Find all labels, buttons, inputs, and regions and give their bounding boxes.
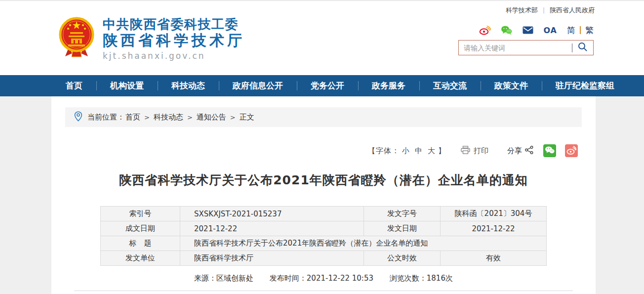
breadcrumb-home[interactable]: 首页	[125, 113, 140, 122]
written-date-label: 成文日期	[101, 221, 180, 236]
mail-icon[interactable]	[523, 26, 533, 34]
search-button[interactable]	[572, 41, 593, 55]
content-container: 当前位置： 首页 > 科技动态 > 通知公告 > 正文 【字体： 小 中 大 】	[51, 96, 596, 294]
wechat-icon	[545, 146, 555, 156]
header-icon-row: OA 简 繁	[479, 24, 594, 36]
breadcrumb-separator: >	[230, 114, 236, 121]
title-value: 陕西省科学技术厅关于公布2021年陕西省瞪羚（潜在）企业名单的通知	[180, 236, 547, 251]
breadcrumb-notices[interactable]: 通知公告	[197, 113, 226, 122]
font-medium-button[interactable]: 中	[415, 146, 423, 156]
print-label: 打印	[474, 146, 488, 156]
validity-value: 有效	[441, 251, 547, 266]
font-large-button[interactable]: 大	[428, 146, 436, 156]
site-header: 科学技术部 | 陕西省人民政府	[0, 0, 644, 75]
article-source-row: 来源：区域创新处 发布时间：2021-12-22 10:53 浏览次数：1816…	[51, 274, 596, 283]
link-shaanxi-gov[interactable]: 陕西省人民政府	[550, 6, 595, 15]
search-input[interactable]	[459, 41, 572, 55]
font-size-label-open: 【字体：	[368, 146, 400, 156]
article-toolbar: 【字体： 小 中 大 】 打印 分享	[51, 144, 596, 157]
table-row: 索引号 SXSKXJST-2021-015237 发文字号 陕科函〔2021〕3…	[101, 207, 547, 221]
nav-item-discipline-inspection[interactable]: 驻厅纪检监察组	[542, 75, 628, 96]
wechat-icon[interactable]	[501, 25, 513, 35]
breadcrumb: 当前位置： 首页 > 科技动态 > 通知公告 > 正文	[65, 107, 582, 127]
nav-item-party-affairs[interactable]: 党务公开	[297, 75, 358, 96]
share-label: 分享	[507, 146, 522, 156]
breadcrumb-label: 当前位置：	[87, 113, 124, 122]
article-title: 陕西省科学技术厅关于公布2021年陕西省瞪羚（潜在）企业名单的通知	[51, 172, 596, 188]
nav-item-interaction[interactable]: 互动交流	[419, 75, 481, 96]
source-value: 区域创新处	[216, 274, 253, 283]
printer-icon	[461, 146, 470, 156]
views-label: 浏览次数：	[390, 274, 427, 283]
publish-time-value: 2021-12-22 10:53	[307, 274, 373, 283]
breadcrumb-separator: >	[187, 114, 193, 121]
search-bar	[458, 40, 594, 55]
top-links-divider: |	[543, 7, 545, 14]
nav-item-sci-tech-news[interactable]: 科技动态	[158, 75, 219, 96]
font-size-control: 【字体： 小 中 大 】	[368, 146, 446, 156]
table-row: 发文单位 陕西省科学技术厅 公文时效 有效	[101, 251, 547, 266]
share-nodes-icon[interactable]	[525, 146, 533, 156]
index-number-value: SXSKXJST-2021-015237	[180, 207, 364, 221]
top-external-links: 科学技术部 | 陕西省人民政府	[506, 6, 595, 15]
site-url: kjt.shaanxi.gov.cn	[103, 51, 245, 61]
share-control: 分享	[507, 144, 578, 157]
location-pin-icon	[74, 111, 82, 124]
weibo-icon[interactable]	[479, 25, 491, 35]
index-number-label: 索引号	[101, 207, 180, 221]
share-wechat-button[interactable]	[543, 144, 556, 157]
breadcrumb-sci-tech-news[interactable]: 科技动态	[154, 113, 183, 122]
table-row: 成文日期 2021-12-22 发文日期 2021-12-22	[101, 221, 547, 236]
table-row: 标 题 陕西省科学技术厅关于公布2021年陕西省瞪羚（潜在）企业名单的通知	[101, 236, 547, 251]
nav-item-policy-docs[interactable]: 政策文件	[481, 75, 542, 96]
issuing-unit-value: 陕西省科学技术厅	[180, 251, 364, 266]
issue-date-label: 发文日期	[364, 221, 441, 236]
doc-number-value: 陕科函〔2021〕304号	[441, 207, 547, 221]
lang-divider	[580, 26, 581, 34]
national-emblem-icon	[58, 17, 95, 59]
breadcrumb-separator: >	[144, 114, 150, 121]
org-titles: 中共陕西省委科技工委 陕西省科学技术厅 kjt.shaanxi.gov.cn	[103, 17, 245, 61]
link-most[interactable]: 科学技术部	[506, 6, 538, 15]
title-label: 标 题	[101, 236, 180, 251]
source-label: 来源：	[194, 274, 216, 283]
source-segment: 来源：区域创新处	[194, 274, 253, 283]
nav-item-organization[interactable]: 机构设置	[96, 75, 158, 96]
oa-link[interactable]: OA	[543, 26, 557, 35]
written-date-value: 2021-12-22	[180, 221, 364, 236]
publish-time-segment: 发布时间：2021-12-22 10:53	[270, 274, 373, 283]
site-logo-block: 中共陕西省委科技工委 陕西省科学技术厅 kjt.shaanxi.gov.cn	[58, 17, 245, 61]
views-value: 1816次	[427, 274, 453, 283]
nav-item-gov-services[interactable]: 政务服务	[358, 75, 419, 96]
main-nav: 首页 机构设置 科技动态 政府信息公开 党务公开 政务服务 互动交流 政策文件 …	[0, 75, 644, 96]
publish-time-label: 发布时间：	[270, 274, 307, 283]
font-small-button[interactable]: 小	[402, 146, 410, 156]
issuing-unit-label: 发文单位	[101, 251, 180, 266]
lang-simplified-button[interactable]: 简	[567, 25, 575, 36]
language-toggle: 简 繁	[567, 25, 594, 36]
org-name-department: 陕西省科学技术厅	[103, 32, 245, 49]
search-icon	[578, 42, 588, 53]
print-button[interactable]: 打印	[461, 146, 488, 156]
breadcrumb-current-article: 正文	[240, 113, 254, 122]
article-divider	[74, 291, 573, 291]
font-size-label-close: 】	[438, 146, 446, 156]
lang-traditional-button[interactable]: 繁	[585, 25, 594, 36]
document-meta-table: 索引号 SXSKXJST-2021-015237 发文字号 陕科函〔2021〕3…	[100, 206, 547, 266]
nav-item-gov-info[interactable]: 政府信息公开	[219, 75, 297, 96]
share-weibo-button[interactable]	[565, 144, 578, 157]
nav-item-home[interactable]: 首页	[52, 75, 96, 96]
views-segment: 浏览次数：1816次	[390, 274, 453, 283]
validity-label: 公文时效	[364, 251, 441, 266]
issue-date-value: 2021-12-22	[441, 221, 547, 236]
weibo-icon	[566, 146, 576, 156]
doc-number-label: 发文字号	[364, 207, 441, 221]
org-name-committee: 中共陕西省委科技工委	[103, 17, 245, 32]
